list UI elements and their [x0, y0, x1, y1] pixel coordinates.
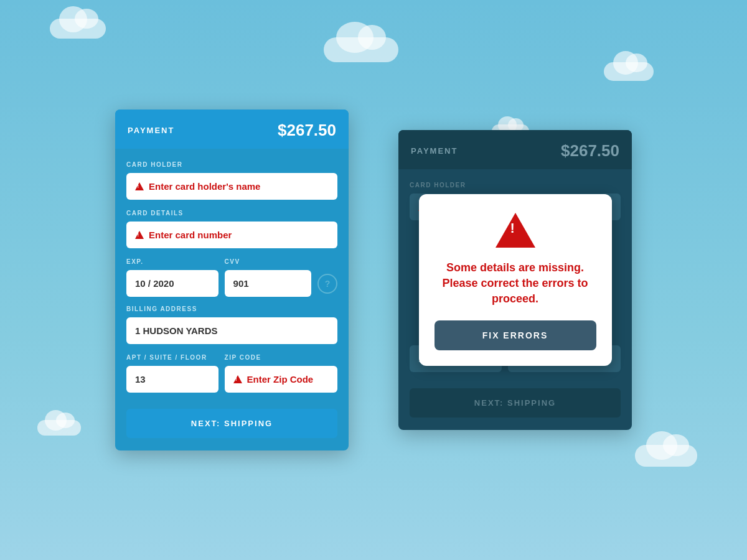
error-modal: Some details are missing. Please correct…	[419, 194, 612, 366]
fix-errors-button[interactable]: FIX ERRORS	[435, 320, 596, 350]
cloud-4	[37, 420, 81, 436]
apt-label: APT / SUITE / FLOOR	[126, 354, 218, 361]
cloud-1	[324, 37, 398, 62]
apt-zip-row: APT / SUITE / FLOOR 13 ZIP CODE Enter Zi…	[126, 354, 337, 393]
cloud-6	[635, 445, 697, 467]
right-payment-panel: PAYMENT $267.50 CARD HOLDER Enter card h…	[398, 130, 632, 430]
left-card-holder-input[interactable]: Enter card holder's name	[126, 173, 337, 200]
cvv-group: CVV 901 ?	[225, 258, 337, 297]
cvv-help-button[interactable]: ?	[317, 274, 337, 294]
address-value: 1 HUDSON YARDS	[135, 325, 218, 336]
left-header: PAYMENT $267.50	[115, 110, 349, 149]
modal-triangle	[496, 213, 535, 248]
panels-container: PAYMENT $267.50 CARD HOLDER Enter card h…	[115, 110, 632, 450]
apt-group: APT / SUITE / FLOOR 13	[126, 354, 218, 393]
exp-group: EXP. 10 / 2020	[126, 258, 218, 297]
cvv-input-row: 901 ?	[225, 270, 337, 297]
card-number-error-text: Enter card number	[149, 230, 232, 240]
modal-overlay: Some details are missing. Please correct…	[398, 130, 632, 430]
exp-label: EXP.	[126, 258, 218, 265]
cloud-2	[604, 62, 654, 81]
cvv-value: 901	[233, 278, 249, 289]
zip-input[interactable]: Enter Zip Code	[225, 366, 337, 393]
left-billing-label: BILLING ADDRESS	[126, 306, 337, 312]
left-panel-body: CARD HOLDER Enter card holder's name CAR…	[115, 149, 349, 399]
modal-message: Some details are missing. Please correct…	[435, 260, 596, 307]
card-holder-warning-icon	[135, 182, 144, 190]
left-billing-group: BILLING ADDRESS 1 HUDSON YARDS	[126, 306, 337, 344]
exp-value: 10 / 2020	[135, 278, 174, 289]
cvv-label: CVV	[225, 258, 337, 265]
card-holder-error-text: Enter card holder's name	[149, 181, 260, 192]
left-panel-footer: NEXT: SHIPPING	[115, 399, 349, 450]
left-next-button[interactable]: NEXT: SHIPPING	[126, 409, 337, 438]
zip-label: ZIP CODE	[225, 354, 337, 361]
zip-warning-icon	[233, 375, 242, 383]
left-payment-panel: PAYMENT $267.50 CARD HOLDER Enter card h…	[115, 110, 349, 450]
exp-input[interactable]: 10 / 2020	[126, 270, 218, 297]
zip-group: ZIP CODE Enter Zip Code	[225, 354, 337, 393]
cloud-3	[50, 19, 106, 39]
zip-error-text: Enter Zip Code	[247, 374, 314, 385]
left-card-holder-label: CARD HOLDER	[126, 161, 337, 168]
left-card-details-label: CARD DETAILS	[126, 210, 337, 217]
cvv-input[interactable]: 901	[225, 270, 311, 297]
apt-input[interactable]: 13	[126, 366, 218, 393]
left-header-amount: $267.50	[278, 121, 336, 140]
modal-warning-icon	[435, 213, 596, 250]
card-number-warning-icon	[135, 231, 144, 239]
left-card-details-group: CARD DETAILS Enter card number	[126, 210, 337, 248]
exp-cvv-row: EXP. 10 / 2020 CVV 901 ?	[126, 258, 337, 297]
left-card-number-input[interactable]: Enter card number	[126, 222, 337, 248]
left-header-title: PAYMENT	[128, 126, 174, 135]
left-card-holder-group: CARD HOLDER Enter card holder's name	[126, 161, 337, 200]
left-address-input[interactable]: 1 HUDSON YARDS	[126, 317, 337, 344]
apt-value: 13	[135, 374, 146, 385]
